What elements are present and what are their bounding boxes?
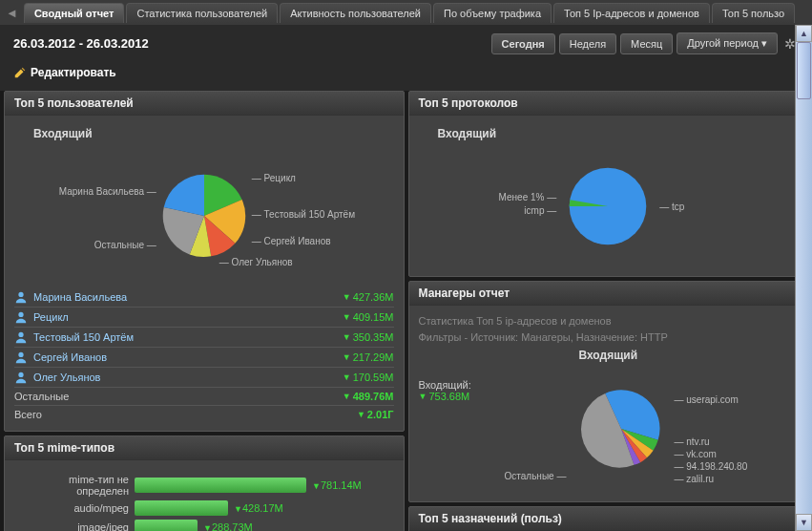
svg-point-3 — [18, 352, 23, 357]
tab-summary[interactable]: Сводный отчет — [24, 3, 125, 23]
tab-scroll-left[interactable]: ◄ — [2, 6, 22, 20]
vertical-scrollbar[interactable]: ▲ ▼ — [795, 25, 812, 531]
user-value: ▼409.15M — [343, 311, 394, 323]
user-name: Олег Ульянов — [33, 372, 100, 383]
others-label: Остальные — [14, 391, 69, 402]
left-column: Топ 5 пользователей Входящий — Рецикл — [4, 91, 405, 531]
tab-top-users-cut[interactable]: Топ 5 пользо — [712, 3, 795, 23]
incoming-value: ▼753.68M — [419, 391, 533, 402]
user-value: ▼217.29M — [343, 351, 394, 363]
mime-bar — [135, 500, 228, 516]
direction-label: Входящий — [419, 123, 799, 148]
panel-managers-report: Манагеры отчет Статистика Топ 5 ip-адрес… — [408, 281, 809, 502]
period-month-button[interactable]: Месяц — [620, 33, 673, 54]
mime-row: image/jpeg▼288.73M — [14, 518, 394, 531]
panel-header: Топ 5 пользователей — [5, 92, 404, 116]
user-name: Марина Васильева — [33, 291, 127, 303]
user-icon — [14, 350, 28, 364]
period-today-button[interactable]: Сегодня — [491, 33, 555, 54]
total-label: Всего — [14, 409, 42, 420]
mime-bar — [135, 478, 306, 493]
tab-bar: ◄ Сводный отчет Статистика пользователей… — [0, 0, 812, 25]
mime-label: image/jpeg — [14, 521, 129, 531]
svg-point-1 — [18, 312, 23, 317]
content-area: Топ 5 пользователей Входящий — Рецикл — [0, 91, 812, 531]
direction-label: Входящий — [419, 345, 799, 370]
panel-header: Топ 5 назначений (польз) — [409, 507, 808, 531]
svg-point-4 — [18, 372, 23, 377]
user-value: ▼427.36M — [343, 291, 394, 303]
scroll-up-button[interactable]: ▲ — [796, 25, 812, 42]
svg-point-0 — [18, 292, 23, 297]
period-other-button[interactable]: Другой период ▾ — [677, 32, 778, 54]
user-icon — [14, 290, 28, 304]
tab-user-stats[interactable]: Статистика пользователей — [126, 3, 278, 23]
panel-header: Топ 5 протоколов — [409, 92, 808, 116]
panel-top-users: Топ 5 пользователей Входящий — Рецикл — [4, 91, 405, 432]
top-protocols-pie-chart: — tcp Менее 1% — icmp — — [455, 154, 760, 259]
period-buttons: Сегодня Неделя Месяц Другой период ▾ ✲ — [491, 32, 799, 54]
user-icon — [14, 371, 28, 384]
mime-bar — [135, 520, 198, 531]
mime-label: mime-тип не определен — [14, 474, 129, 497]
panel-top-protocols: Топ 5 протоколов Входящий — tcp Менее 1%… — [408, 91, 809, 277]
right-column: Топ 5 протоколов Входящий — tcp Менее 1%… — [408, 91, 809, 531]
panel-header: Манагеры отчет — [409, 282, 808, 306]
direction-label: Входящий — [14, 123, 394, 148]
svg-point-2 — [18, 332, 23, 337]
user-value: ▼350.35M — [343, 331, 394, 343]
user-row[interactable]: Марина Васильева▼427.36M — [14, 287, 394, 308]
total-value: ▼2.01Г — [357, 409, 394, 420]
user-name: Рецикл — [33, 311, 69, 323]
user-name: Тестовый 150 Артём — [33, 331, 134, 343]
user-name: Сергей Иванов — [33, 351, 107, 363]
incoming-label: Входящий: — [419, 379, 533, 391]
period-week-button[interactable]: Неделя — [559, 33, 616, 54]
mime-value: ▼781.14M — [312, 479, 362, 491]
user-row[interactable]: Рецикл▼409.15M — [14, 308, 394, 328]
report-description: Статистика Топ 5 ip-адресов и доменов Фи… — [419, 313, 799, 345]
user-icon — [14, 310, 28, 324]
panel-mime-types: Топ 5 mime-типов mime-тип не определен▼7… — [4, 435, 405, 531]
user-value: ▼170.59M — [343, 372, 394, 383]
user-row[interactable]: Сергей Иванов▼217.29M — [14, 348, 394, 368]
mime-value: ▼428.17M — [234, 502, 283, 514]
edit-link[interactable]: Редактировать — [13, 66, 116, 79]
scroll-down-button[interactable]: ▼ — [796, 514, 812, 531]
edit-bar: Редактировать — [0, 62, 812, 91]
panel-header: Топ 5 mime-типов — [5, 436, 404, 460]
tab-traffic-volume[interactable]: По объему трафика — [433, 3, 552, 23]
others-value: ▼489.76M — [343, 391, 394, 402]
user-icon — [14, 330, 28, 344]
tab-user-activity[interactable]: Активность пользователей — [280, 3, 431, 23]
toolbar: 26.03.2012 - 26.03.2012 Сегодня Неделя М… — [0, 25, 812, 62]
scroll-thumb[interactable] — [797, 42, 811, 99]
user-row[interactable]: Тестовый 150 Артём▼350.35M — [14, 328, 394, 348]
pencil-icon — [13, 66, 27, 79]
user-row[interactable]: Олег Ульянов▼170.59M — [14, 368, 394, 388]
mime-value: ▼288.73M — [203, 521, 253, 531]
top-users-pie-chart: — Рецикл — Тестовый 150 Артём — Сергей И… — [52, 154, 357, 278]
mime-row: audio/mpeg▼428.17M — [14, 499, 394, 518]
mime-row: mime-тип не определен▼781.14M — [14, 472, 394, 499]
tab-top-ip-domains[interactable]: Топ 5 Ip-адресов и доменов — [553, 3, 710, 23]
panel-top-destinations: Топ 5 назначений (польз) Входящий — [408, 506, 809, 531]
date-range: 26.03.2012 - 26.03.2012 — [13, 36, 149, 51]
mime-label: audio/mpeg — [14, 502, 129, 514]
managers-pie-chart: — userapi.com — ntv.ru — vk.com — 94.198… — [543, 379, 799, 494]
